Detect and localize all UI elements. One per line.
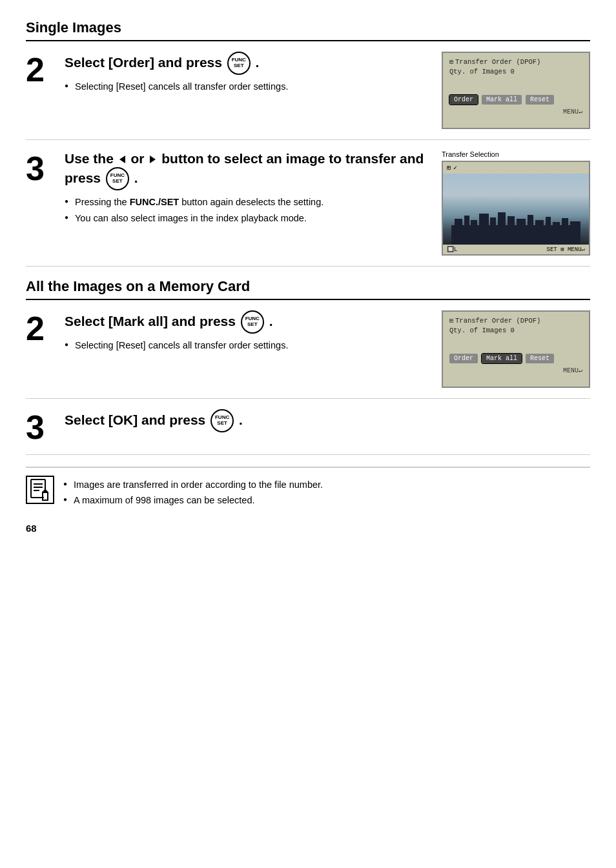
lcd-photo-check: ✓ [453, 164, 457, 172]
city-silhouette-svg [443, 206, 589, 245]
step-right-a2: ⊞ Transfer Order (DPOF) Qty. of Images 0… [442, 310, 590, 388]
step-number-s2: 2 [26, 52, 58, 86]
step-title-text-a3: Select [OK] and press [65, 412, 209, 427]
step-title-period-s2: . [256, 55, 260, 70]
step-content-s3: Use the or button to select an image to … [58, 150, 429, 227]
lcd-icon-a2: ⊞ [449, 317, 453, 325]
step-right-s2: ⊞ Transfer Order (DPOF) Qty. of Images 0… [442, 52, 590, 129]
note-icon-svg [28, 478, 52, 501]
step-number-a2: 2 [26, 310, 58, 345]
lcd-photo-icon: ⊞ [447, 164, 451, 172]
step-title-period-s3: . [134, 170, 138, 185]
func-set-label-a2: FUNCSET [245, 316, 260, 328]
lcd-photo-image [443, 174, 589, 245]
step-single-3: 3 Use the or button to select an image t… [26, 140, 590, 267]
lcd-buttons-a2: Order Mark all Reset [449, 354, 582, 363]
arrow-right-icon [150, 156, 156, 163]
step-title-a2: Select [Mark all] and press FUNCSET . [65, 310, 429, 334]
section-title-single: Single Images [26, 19, 590, 41]
func-set-button-a3[interactable]: FUNCSET [210, 409, 234, 432]
func-set-button-a2[interactable]: FUNCSET [241, 310, 264, 334]
svg-rect-18 [34, 490, 39, 491]
svg-rect-5 [490, 217, 496, 245]
lcd-footer-left: 🔲L [447, 246, 457, 253]
step-number-a3: 3 [26, 409, 58, 444]
lcd-title-a2: Transfer Order (DPOF) [455, 317, 540, 325]
step-content-s2: Select [Order] and press FUNCSET . Selec… [58, 52, 429, 96]
note-bullet-list: Images are transferred in order accordin… [63, 478, 590, 507]
page-number: 68 [26, 523, 590, 534]
svg-rect-17 [34, 487, 43, 488]
lcd-screen-s2: ⊞ Transfer Order (DPOF) Qty. of Images 0… [442, 52, 590, 129]
lcd-btn-order-s2: Order [449, 95, 478, 105]
step-title-s2: Select [Order] and press FUNCSET . [65, 52, 429, 75]
func-set-label-s2: FUNCSET [232, 57, 246, 69]
lcd-menu-s2: MENU↵ [449, 108, 582, 116]
svg-rect-10 [535, 220, 544, 245]
step-title-text-a2: Select [Mark all] and press [65, 314, 240, 328]
note-bullet-1: Images are transferred in order accordin… [63, 478, 590, 491]
svg-rect-14 [570, 221, 580, 245]
svg-rect-2 [464, 216, 469, 245]
svg-rect-12 [553, 222, 560, 245]
step-content-a2: Select [Mark all] and press FUNCSET . Se… [58, 310, 429, 354]
svg-rect-4 [479, 214, 489, 245]
func-set-button-s3[interactable]: FUNCSET [106, 167, 129, 190]
step-title-period-a3: . [239, 412, 243, 427]
bullet-s3-1: Pressing the FUNC./SET button again dese… [65, 196, 429, 208]
note-icon [26, 476, 54, 504]
step-title-use-the: Use the [65, 151, 118, 166]
step-all-2: 2 Select [Mark all] and press FUNCSET . … [26, 300, 590, 399]
note-text: Images are transferred in order accordin… [63, 476, 590, 510]
lcd-btn-order-a2: Order [449, 354, 478, 363]
step-single-2: 2 Select [Order] and press FUNCSET . Sel… [26, 41, 590, 140]
lcd-btn-reset-s2: Reset [526, 95, 554, 105]
svg-rect-16 [34, 483, 43, 485]
step-title-s3: Use the or button to select an image to … [65, 150, 429, 190]
lcd-title-s2: Transfer Order (DPOF) [455, 58, 540, 66]
svg-rect-9 [528, 215, 533, 245]
bullet-list-a2: Selecting [Reset] cancels all transfer o… [65, 339, 429, 352]
step-number-s3: 3 [26, 150, 58, 185]
svg-rect-8 [517, 219, 526, 245]
svg-rect-1 [455, 219, 462, 245]
step-content-a3: Select [OK] and press FUNCSET . [58, 409, 590, 438]
svg-rect-13 [562, 218, 568, 245]
bullet-list-s3: Pressing the FUNC./SET button again dese… [65, 196, 429, 225]
bullet-list-s2: Selecting [Reset] cancels all transfer o… [65, 80, 429, 93]
svg-rect-7 [508, 216, 515, 245]
bullet-a2-1: Selecting [Reset] cancels all transfer o… [65, 339, 429, 352]
step-all-3: 3 Select [OK] and press FUNCSET . [26, 399, 590, 455]
func-set-button-s2[interactable]: FUNCSET [227, 52, 251, 75]
step-title-period-a2: . [269, 314, 273, 328]
svg-rect-11 [546, 217, 551, 245]
lcd-screen-a2: ⊞ Transfer Order (DPOF) Qty. of Images 0… [442, 310, 590, 388]
bullet-s2-1: Selecting [Reset] cancels all transfer o… [65, 80, 429, 93]
step-right-s3: Transfer Selection ⊞ ✓ [442, 150, 590, 256]
note-bullet-2: A maximum of 998 images can be selected. [63, 494, 590, 507]
step-title-or: or [131, 151, 149, 166]
lcd-buttons-s2: Order Mark all Reset [449, 95, 582, 105]
lcd-btn-markall-s2: Mark all [482, 95, 522, 105]
transfer-label: Transfer Selection [442, 150, 590, 158]
svg-rect-3 [471, 220, 477, 245]
step-title-text-s2: Select [Order] and press [65, 55, 226, 70]
lcd-photo-footer: 🔲L SET ⊞ MENU↵ [443, 245, 589, 254]
lcd-menu-a2: MENU↵ [449, 367, 582, 374]
lcd-btn-reset-a2: Reset [526, 354, 554, 363]
svg-rect-6 [498, 212, 506, 245]
func-set-label-a3: FUNCSET [215, 415, 229, 427]
bullet-s3-2: You can also select images in the index … [65, 212, 429, 225]
step-title-a3: Select [OK] and press FUNCSET . [65, 409, 590, 432]
note-box: Images are transferred in order accordin… [26, 467, 590, 510]
func-set-label-s3: FUNCSET [110, 173, 125, 185]
lcd-qty-a2: Qty. of Images 0 [449, 327, 582, 334]
lcd-photo-s3: ⊞ ✓ [442, 161, 590, 256]
lcd-btn-markall-a2: Mark all [482, 354, 522, 363]
lcd-photo-header: ⊞ ✓ [443, 162, 589, 174]
lcd-qty-s2: Qty. of Images 0 [449, 68, 582, 76]
lcd-footer-right: SET ⊞ MENU↵ [547, 246, 585, 253]
section-title-all: All the Images on a Memory Card [26, 278, 590, 300]
lcd-icon-s2: ⊞ [449, 58, 453, 66]
arrow-left-icon [119, 156, 125, 163]
